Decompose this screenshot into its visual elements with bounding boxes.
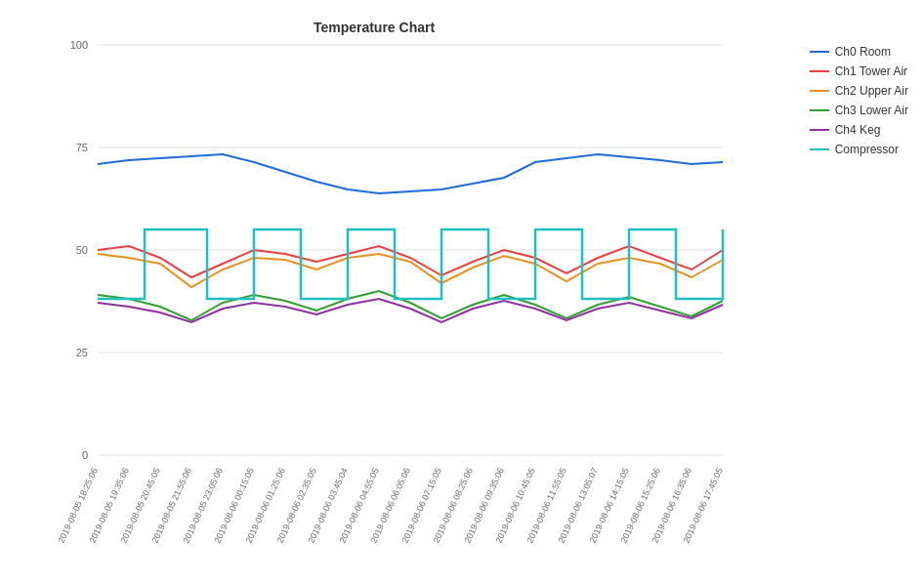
- legend-color-ch2: [810, 90, 829, 92]
- legend-label-ch3: Ch3 Lower Air: [835, 104, 908, 117]
- y-label-25: 25: [76, 347, 88, 358]
- chart-legend: Ch0 Room Ch1 Tower Air Ch2 Upper Air Ch3…: [810, 45, 908, 156]
- y-label-100: 100: [70, 39, 88, 51]
- legend-label-ch4: Ch4 Keg: [835, 123, 881, 137]
- line-compressor: [98, 229, 723, 299]
- legend-label-compressor: Compressor: [835, 143, 899, 156]
- legend-item-ch0: Ch0 Room: [810, 45, 908, 59]
- chart-svg: 100 75 50 25 0 2019-08-05 18:25:06 2019-…: [59, 45, 762, 455]
- legend-color-ch1: [810, 70, 829, 72]
- y-label-50: 50: [76, 244, 88, 256]
- legend-item-compressor: Compressor: [810, 143, 908, 156]
- line-ch0-room: [98, 154, 723, 193]
- legend-color-compressor: [810, 148, 829, 150]
- legend-color-ch4: [810, 129, 829, 131]
- legend-color-ch0: [810, 51, 829, 53]
- legend-label-ch2: Ch2 Upper Air: [835, 84, 908, 98]
- legend-color-ch3: [810, 109, 829, 111]
- legend-label-ch1: Ch1 Tower Air: [835, 64, 907, 78]
- legend-item-ch1: Ch1 Tower Air: [810, 64, 908, 78]
- chart-title: Temperature Chart: [0, 20, 748, 35]
- chart-container: Temperature Chart Ch0 Room Ch1 Tower Air…: [0, 0, 924, 584]
- legend-item-ch4: Ch4 Keg: [810, 123, 908, 137]
- y-label-75: 75: [76, 142, 88, 153]
- legend-item-ch3: Ch3 Lower Air: [810, 104, 908, 117]
- y-label-0: 0: [82, 449, 88, 461]
- x-axis-labels: 2019-08-05 18:25:06 2019-08-05 19:35:06 …: [56, 467, 724, 545]
- legend-label-ch0: Ch0 Room: [835, 45, 891, 59]
- legend-item-ch2: Ch2 Upper Air: [810, 84, 908, 98]
